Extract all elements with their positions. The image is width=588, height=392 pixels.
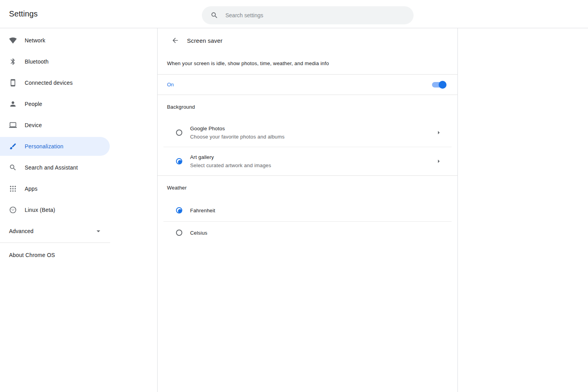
sidebar-item-label: Apps — [25, 186, 38, 192]
option-celsius[interactable]: Celsius — [158, 222, 457, 244]
screen-saver-panel: Screen saver When your screen is idle, s… — [158, 28, 458, 392]
bluetooth-icon — [9, 58, 17, 66]
option-title: Celsius — [190, 230, 448, 236]
sidebar-item-people[interactable]: People — [0, 93, 110, 115]
brush-icon — [9, 142, 17, 150]
person-icon — [9, 100, 17, 108]
about-label: About Chrome OS — [9, 252, 55, 258]
laptop-icon — [9, 121, 17, 129]
option-text: Celsius — [190, 230, 448, 236]
option-title: Google Photos — [190, 126, 435, 131]
option-subtitle: Choose your favorite photos and albums — [190, 134, 435, 140]
sidebar-item-personalization[interactable]: Personalization — [0, 137, 110, 156]
weather-section-label-row: Weather — [158, 176, 457, 199]
celsius-radio[interactable] — [176, 230, 182, 236]
option-title: Fahrenheit — [190, 208, 448, 213]
toggle-state-label: On — [167, 82, 174, 88]
sidebar-item-device[interactable]: Device — [0, 115, 110, 136]
arrow-right-icon — [435, 157, 443, 165]
sidebar-item-label: Search and Assistant — [25, 164, 78, 171]
chevron-down-icon — [94, 227, 103, 235]
sidebar-item-advanced[interactable]: Advanced — [0, 221, 110, 242]
search-icon — [9, 164, 17, 171]
sidebar-divider — [0, 242, 110, 243]
option-text: Art gallery Select curated artwork and i… — [190, 154, 435, 168]
screen-saver-toggle-row: On — [158, 75, 457, 95]
sidebar-item-label: Connected devices — [25, 80, 73, 86]
toggle-knob — [439, 81, 446, 89]
google-photos-radio[interactable] — [176, 129, 182, 136]
option-fahrenheit[interactable]: Fahrenheit — [158, 199, 457, 221]
background-section-label: Background — [167, 104, 195, 110]
sidebar-item-linux[interactable]: Linux (Beta) — [0, 199, 110, 221]
option-text: Fahrenheit — [190, 208, 448, 213]
arrow-back-icon — [171, 36, 179, 44]
search-icon — [211, 11, 218, 19]
arrow-right-icon — [435, 129, 443, 137]
sidebar-item-label: People — [25, 101, 42, 107]
sidebar-item-apps[interactable]: Apps — [0, 178, 110, 199]
art-gallery-radio[interactable] — [176, 158, 182, 164]
option-google-photos[interactable]: Google Photos Choose your favorite photo… — [158, 119, 457, 147]
description-row: When your screen is idle, show photos, t… — [158, 53, 457, 75]
app-title: Settings — [9, 9, 38, 18]
sidebar-item-label: Network — [25, 37, 45, 44]
option-title: Art gallery — [190, 154, 435, 160]
option-art-gallery[interactable]: Art gallery Select curated artwork and i… — [158, 147, 457, 175]
advanced-label: Advanced — [9, 228, 33, 234]
wifi-icon — [9, 36, 17, 44]
sidebar-item-label: Device — [25, 122, 42, 128]
top-bar: Settings — [0, 0, 588, 28]
option-subtitle: Select curated artwork and images — [190, 162, 435, 168]
smartphone-icon — [9, 79, 17, 87]
sidebar-item-connected-devices[interactable]: Connected devices — [0, 72, 110, 93]
option-text: Google Photos Choose your favorite photo… — [190, 126, 435, 140]
sidebar-item-about-chrome-os[interactable]: About Chrome OS — [0, 244, 110, 266]
page-title: Screen saver — [187, 37, 223, 44]
screen-saver-toggle[interactable] — [432, 81, 446, 89]
fahrenheit-radio[interactable] — [176, 207, 182, 213]
sidebar-item-label: Bluetooth — [25, 58, 49, 65]
back-button[interactable] — [168, 33, 182, 47]
sidebar-item-search-assistant[interactable]: Search and Assistant — [0, 157, 110, 178]
right-empty-area — [458, 28, 588, 392]
search-box[interactable] — [202, 6, 414, 24]
sidebar-item-network[interactable]: Network — [0, 30, 110, 51]
background-section-label-row: Background — [158, 95, 457, 119]
description-text: When your screen is idle, show photos, t… — [167, 60, 329, 66]
sidebar: Network Bluetooth Connected devices Peop… — [0, 28, 158, 392]
search-input[interactable] — [225, 12, 398, 18]
page-header: Screen saver — [158, 28, 457, 53]
sidebar-item-label: Personalization — [25, 143, 64, 150]
sidebar-item-bluetooth[interactable]: Bluetooth — [0, 51, 110, 72]
apps-grid-icon — [9, 185, 17, 193]
penguin-icon — [9, 206, 17, 214]
sidebar-item-label: Linux (Beta) — [25, 207, 55, 213]
weather-section-label: Weather — [167, 185, 187, 191]
